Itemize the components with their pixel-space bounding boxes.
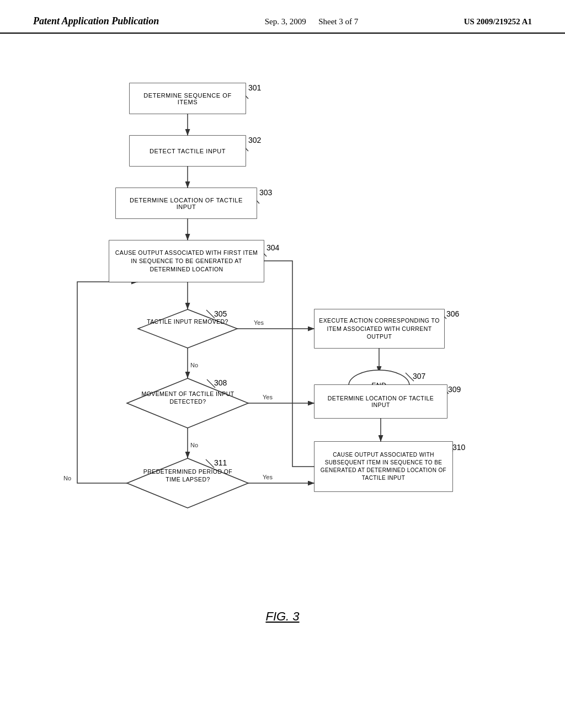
box-306: Execute Action Corresponding to Item Ass…	[315, 309, 444, 348]
box-304: Cause Output Associated With First Item …	[109, 240, 264, 282]
patent-number: US 2009/219252 A1	[464, 17, 532, 26]
step-309: 309	[448, 385, 461, 394]
box-301: Determine Sequence of Items	[130, 83, 246, 114]
figure-area: Yes No Yes	[0, 34, 565, 640]
svg-text:Yes: Yes	[263, 474, 273, 480]
flowchart-svg: Yes No Yes	[44, 67, 519, 574]
step-303: 303	[259, 188, 272, 197]
box-309: Determine Location of Tactile Input	[315, 385, 447, 418]
svg-text:No: No	[63, 475, 71, 481]
step-306: 306	[446, 309, 459, 318]
flowchart: Yes No Yes	[44, 67, 519, 574]
svg-text:Yes: Yes	[254, 319, 264, 326]
diamond-308-label: Movement of Tactile Input Detected?	[137, 390, 239, 405]
box-303: Determine Location of Tactile Input	[116, 188, 257, 218]
step-305: 305	[214, 309, 227, 318]
step-307: 307	[413, 372, 425, 381]
svg-text:Yes: Yes	[263, 394, 273, 400]
svg-text:No: No	[190, 362, 198, 368]
svg-text:No: No	[190, 442, 198, 448]
publication-date: Sep. 3, 2009 Sheet 3 of 7	[265, 17, 359, 26]
step-302: 302	[248, 136, 261, 144]
publication-label: Patent Application Publication	[33, 15, 159, 27]
step-308: 308	[214, 378, 227, 387]
diamond-311-label: Predetermined Period of Time Lapsed?	[137, 468, 239, 483]
box-302: Detect Tactile Input	[130, 136, 246, 166]
diamond-305-label: Tactile Input Removed?	[143, 318, 232, 325]
page-header: Patent Application Publication Sep. 3, 2…	[0, 0, 565, 34]
step-304: 304	[266, 243, 279, 252]
figure-caption: FIG. 3	[0, 609, 565, 624]
svg-line-33	[206, 310, 215, 318]
box-310: Cause Output Associated with Subsequent …	[315, 442, 452, 491]
step-310: 310	[452, 443, 465, 452]
svg-line-39	[206, 459, 214, 468]
step-311: 311	[214, 458, 227, 467]
step-301: 301	[248, 83, 261, 92]
